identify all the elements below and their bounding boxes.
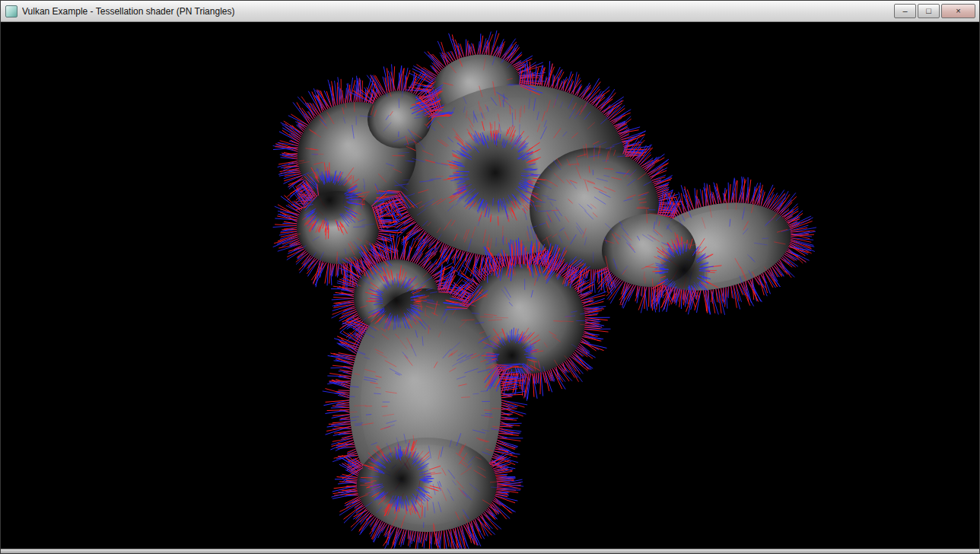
window-controls: – □ × <box>894 4 975 18</box>
render-viewport[interactable] <box>1 22 979 549</box>
window-frame-bottom[interactable] <box>1 549 979 553</box>
minimize-button[interactable]: – <box>894 4 916 18</box>
app-window: Vulkan Example - Tessellation shader (PN… <box>0 0 980 554</box>
close-button[interactable]: × <box>941 4 975 18</box>
viewport <box>1 22 979 549</box>
maximize-button[interactable]: □ <box>918 4 940 18</box>
window-title: Vulkan Example - Tessellation shader (PN… <box>22 6 234 17</box>
app-icon[interactable] <box>5 5 18 18</box>
title-bar[interactable]: Vulkan Example - Tessellation shader (PN… <box>1 1 979 22</box>
